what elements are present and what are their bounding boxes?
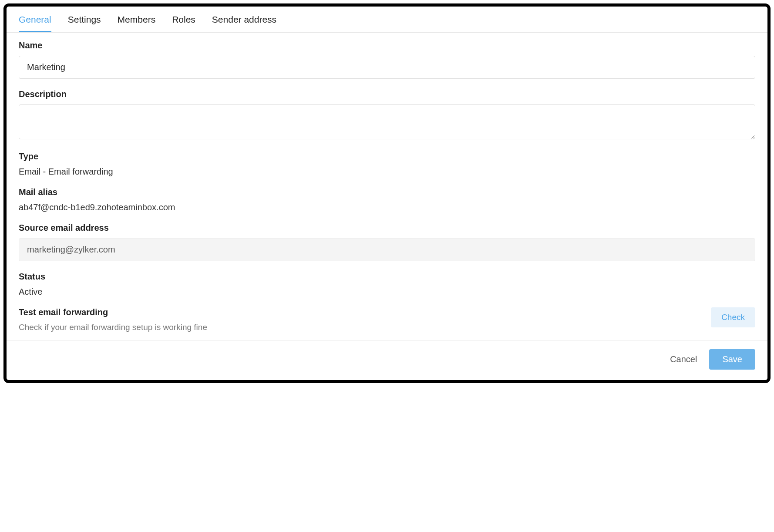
name-input[interactable] [19, 56, 755, 79]
status-label: Status [19, 272, 755, 282]
test-forwarding-label: Test email forwarding [19, 307, 711, 317]
tab-roles[interactable]: Roles [172, 14, 195, 32]
test-forwarding-hint: Check if your email forwarding setup is … [19, 323, 711, 332]
save-button[interactable]: Save [709, 349, 755, 370]
tab-sender-address[interactable]: Sender address [212, 14, 276, 32]
tab-members[interactable]: Members [118, 14, 156, 32]
description-input[interactable] [19, 104, 755, 139]
mail-alias-value: ab47f@cndc-b1ed9.zohoteaminbox.com [19, 202, 755, 212]
type-label: Type [19, 152, 755, 162]
tab-settings[interactable]: Settings [68, 14, 101, 32]
type-value: Email - Email forwarding [19, 167, 755, 177]
name-label: Name [19, 40, 755, 51]
description-label: Description [19, 89, 755, 99]
status-value: Active [19, 287, 755, 297]
footer-actions: Cancel Save [7, 340, 767, 380]
source-email-input [19, 238, 755, 261]
tabs-bar: General Settings Members Roles Sender ad… [7, 7, 767, 33]
source-email-label: Source email address [19, 223, 755, 233]
tab-general[interactable]: General [19, 14, 51, 32]
check-button[interactable]: Check [711, 307, 755, 327]
mail-alias-label: Mail alias [19, 187, 755, 197]
cancel-button[interactable]: Cancel [670, 354, 697, 364]
